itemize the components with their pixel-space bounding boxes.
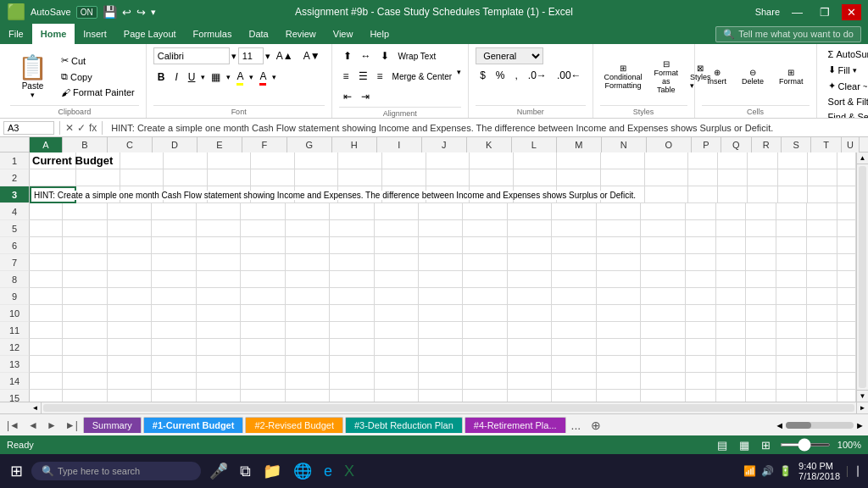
fill-dropdown[interactable]: ▾ — [249, 73, 253, 81]
cell-q5[interactable] — [716, 220, 747, 237]
save-icon[interactable]: 💾 — [103, 5, 117, 19]
align-bottom-button[interactable]: ⬇ — [376, 47, 393, 64]
font-name-dropdown[interactable]: ▾ — [231, 51, 236, 62]
cell-j14[interactable] — [419, 373, 463, 390]
redo-icon[interactable]: ↪ — [136, 6, 146, 19]
cell-h10[interactable] — [330, 305, 374, 322]
cell-r7[interactable] — [746, 254, 776, 271]
font-size-input[interactable] — [238, 47, 264, 64]
align-left-button[interactable]: ≡ — [339, 68, 353, 85]
cell-t15[interactable] — [807, 390, 837, 402]
cell-a2[interactable] — [30, 169, 76, 186]
cell-q1[interactable] — [718, 152, 748, 169]
cell-d4[interactable] — [152, 203, 196, 220]
cell-o5[interactable] — [641, 220, 685, 237]
cell-m14[interactable] — [552, 373, 596, 390]
cell-r8[interactable] — [746, 271, 776, 288]
font-name-input[interactable] — [153, 47, 230, 64]
cell-n2[interactable] — [601, 169, 645, 186]
cell-k8[interactable] — [463, 271, 507, 288]
cell-c9[interactable] — [108, 288, 152, 305]
name-box[interactable] — [3, 121, 54, 135]
comma-button[interactable]: , — [511, 67, 522, 84]
align-center-button[interactable]: ☰ — [354, 68, 372, 85]
cell-n15[interactable] — [597, 390, 641, 402]
sort-filter-button[interactable]: Sort & Filter ▾ — [824, 95, 868, 108]
col-header-l[interactable]: L — [512, 137, 557, 152]
cell-s1[interactable] — [778, 152, 808, 169]
wrap-text-button[interactable]: Wrap Text — [394, 47, 441, 64]
tab-view[interactable]: View — [325, 24, 362, 44]
cell-h7[interactable] — [330, 254, 374, 271]
cell-o15[interactable] — [641, 390, 685, 402]
cell-h8[interactable] — [330, 271, 374, 288]
cell-a9[interactable] — [30, 288, 63, 305]
cell-o10[interactable] — [641, 305, 685, 322]
cell-c8[interactable] — [108, 271, 152, 288]
sheet-tabs-more[interactable]: ... — [568, 419, 585, 432]
edge-icon[interactable]: e — [320, 459, 336, 484]
sheet-tab-revised-budget[interactable]: #2-Revised Budget — [245, 417, 343, 433]
clear-button[interactable]: ✦ Clear ~ — [824, 79, 868, 93]
cell-d14[interactable] — [152, 373, 196, 390]
cell-u6[interactable] — [837, 237, 856, 254]
sheet-nav-last[interactable]: ►| — [62, 418, 81, 433]
format-as-table-button[interactable]: ⊟ Format as Table — [650, 55, 683, 98]
cell-p3[interactable] — [688, 186, 718, 203]
sheet-nav-first[interactable]: |◄ — [3, 418, 23, 433]
cell-s8[interactable] — [776, 271, 807, 288]
border-button[interactable]: ▦ — [207, 69, 225, 86]
cell-c12[interactable] — [108, 339, 152, 356]
cell-m6[interactable] — [552, 237, 596, 254]
cell-t6[interactable] — [807, 237, 837, 254]
cell-d6[interactable] — [152, 237, 196, 254]
cell-c14[interactable] — [108, 373, 152, 390]
font-size-dropdown[interactable]: ▾ — [265, 51, 270, 62]
cell-k13[interactable] — [463, 356, 507, 373]
clock[interactable]: 9:40 PM 7/18/2018 — [798, 461, 840, 481]
cell-s7[interactable] — [776, 254, 807, 271]
cell-d3[interactable] — [164, 186, 208, 203]
task-view-icon[interactable]: ⧉ — [236, 459, 254, 484]
cell-k10[interactable] — [463, 305, 507, 322]
cell-e13[interactable] — [197, 356, 241, 373]
cell-h9[interactable] — [330, 288, 374, 305]
cell-j9[interactable] — [419, 288, 463, 305]
horizontal-scroll-thumb[interactable] — [43, 404, 854, 412]
format-button[interactable]: ⊞ Format — [773, 65, 810, 88]
cell-m1[interactable] — [557, 152, 601, 169]
cell-l13[interactable] — [508, 356, 552, 373]
cell-c5[interactable] — [108, 220, 152, 237]
cell-l14[interactable] — [508, 373, 552, 390]
scroll-thumb[interactable] — [859, 166, 866, 388]
cell-s11[interactable] — [776, 322, 807, 339]
col-header-u[interactable]: U — [842, 137, 860, 152]
cell-e7[interactable] — [197, 254, 241, 271]
cell-j7[interactable] — [419, 254, 463, 271]
customize-qat[interactable]: ▾ — [151, 7, 156, 18]
confirm-formula-icon[interactable]: ✓ — [77, 122, 86, 134]
cell-b6[interactable] — [63, 237, 107, 254]
fill-dropdown[interactable]: ▾ — [853, 66, 857, 75]
cell-h5[interactable] — [330, 220, 374, 237]
col-header-b[interactable]: B — [63, 137, 108, 152]
fill-color-button[interactable]: A — [232, 69, 248, 86]
border-dropdown[interactable]: ▾ — [226, 73, 231, 81]
cell-s3[interactable] — [778, 186, 808, 203]
sheet-nav-next[interactable]: ► — [43, 418, 60, 433]
cell-i5[interactable] — [375, 220, 419, 237]
cell-u10[interactable] — [837, 305, 856, 322]
cell-j5[interactable] — [419, 220, 463, 237]
cell-q3[interactable] — [718, 186, 748, 203]
cell-n10[interactable] — [597, 305, 641, 322]
cell-m10[interactable] — [552, 305, 596, 322]
cell-r13[interactable] — [746, 356, 776, 373]
cell-s15[interactable] — [776, 390, 807, 402]
cell-t11[interactable] — [807, 322, 837, 339]
cell-d5[interactable] — [152, 220, 196, 237]
cell-f11[interactable] — [241, 322, 285, 339]
cell-l7[interactable] — [508, 254, 552, 271]
cell-e8[interactable] — [197, 271, 241, 288]
cell-f2[interactable] — [251, 169, 295, 186]
cell-j6[interactable] — [419, 237, 463, 254]
